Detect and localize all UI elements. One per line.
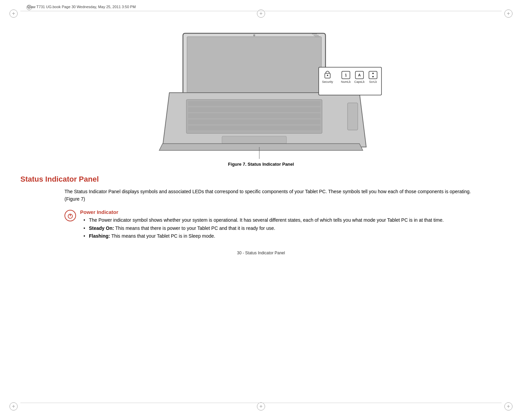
bullet-item-2: Steady On: This means that there is powe… [83,224,444,233]
section-body: The Status Indicator Panel displays symb… [64,188,481,240]
figure-caption: Figure 7. Status Indicator Panel [20,162,502,167]
subsection-title: Power Indicator [80,209,444,215]
section-intro: The Status Indicator Panel displays symb… [64,188,481,203]
svg-text:1: 1 [345,73,347,77]
page-footer: 30 - Status Indicator Panel [20,251,502,255]
svg-text:NumLk: NumLk [341,80,351,84]
svg-rect-11 [188,107,320,112]
svg-text:ScrLk: ScrLk [369,80,377,84]
svg-rect-4 [187,37,321,98]
page-header: Claw T731 UG.book Page 30 Wednesday, May… [27,5,136,9]
svg-rect-14 [188,126,320,130]
svg-text:A: A [358,73,361,77]
power-indicator-subsection: Power Indicator The Power indicator symb… [64,209,481,240]
svg-rect-10 [188,101,320,106]
bullet-list: The Power indicator symbol shows whether… [83,216,444,240]
compass-icon [26,5,32,10]
svg-rect-12 [188,113,320,118]
svg-text:CapsLk: CapsLk [354,80,365,84]
header-divider [20,11,502,11]
svg-point-51 [327,75,328,76]
footer-divider [20,403,502,403]
laptop-diagram-svg: Power External Power Optical/Hard Drive … [139,23,383,159]
svg-rect-13 [188,120,320,124]
svg-rect-15 [222,136,286,144]
section-heading: Status Indicator Panel [20,175,502,184]
bullet-item-1: The Power indicator symbol shows whether… [83,216,444,224]
bullet-item-3: Flashing: This means that your Tablet PC… [83,232,444,240]
svg-rect-18 [348,103,358,130]
svg-text:Security: Security [322,80,333,84]
svg-point-5 [253,34,255,36]
power-indicator-icon [64,210,76,221]
diagram-wrapper: Power External Power Optical/Hard Drive … [20,23,502,159]
power-indicator-content: Power Indicator The Power indicator symb… [80,209,444,240]
